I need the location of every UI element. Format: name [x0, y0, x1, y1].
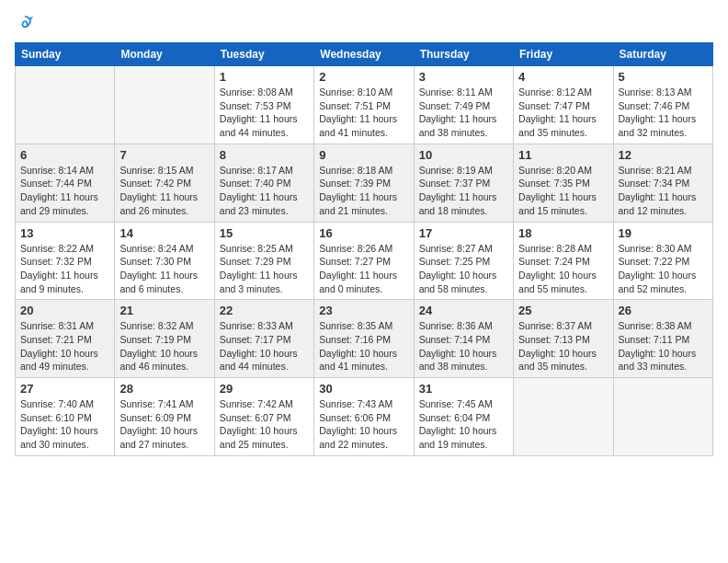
- day-number: 3: [419, 70, 508, 84]
- calendar-cell: 12Sunrise: 8:21 AM Sunset: 7:34 PM Dayli…: [613, 144, 712, 222]
- calendar-cell: 8Sunrise: 8:17 AM Sunset: 7:40 PM Daylig…: [214, 144, 313, 222]
- cell-info: Sunrise: 8:32 AM Sunset: 7:19 PM Dayligh…: [119, 319, 209, 373]
- day-number: 27: [20, 382, 109, 396]
- day-number: 4: [518, 70, 608, 84]
- cell-info: Sunrise: 8:33 AM Sunset: 7:17 PM Dayligh…: [220, 319, 309, 373]
- calendar-cell: 1Sunrise: 8:08 AM Sunset: 7:53 PM Daylig…: [214, 66, 313, 144]
- day-number: 20: [20, 304, 109, 317]
- day-number: 23: [319, 304, 408, 317]
- cell-info: Sunrise: 8:15 AM Sunset: 7:42 PM Dayligh…: [119, 164, 209, 218]
- calendar-cell: 18Sunrise: 8:28 AM Sunset: 7:24 PM Dayli…: [514, 222, 613, 300]
- day-number: 21: [119, 304, 209, 317]
- day-number: 6: [20, 148, 109, 162]
- cell-info: Sunrise: 8:10 AM Sunset: 7:51 PM Dayligh…: [319, 86, 408, 140]
- day-header-sunday: Sunday: [16, 43, 115, 66]
- calendar-cell: 21Sunrise: 8:32 AM Sunset: 7:19 PM Dayli…: [115, 300, 214, 378]
- calendar-cell: 11Sunrise: 8:20 AM Sunset: 7:35 PM Dayli…: [514, 144, 613, 222]
- cell-info: Sunrise: 8:11 AM Sunset: 7:49 PM Dayligh…: [419, 86, 508, 140]
- day-number: 16: [319, 226, 408, 240]
- calendar-cell: 28Sunrise: 7:41 AM Sunset: 6:09 PM Dayli…: [115, 378, 214, 456]
- logo: [15, 15, 33, 31]
- day-number: 28: [119, 382, 209, 396]
- day-header-monday: Monday: [115, 43, 214, 66]
- cell-info: Sunrise: 8:25 AM Sunset: 7:29 PM Dayligh…: [220, 242, 309, 296]
- calendar-cell: 10Sunrise: 8:19 AM Sunset: 7:37 PM Dayli…: [414, 144, 513, 222]
- day-number: 29: [220, 382, 309, 396]
- cell-info: Sunrise: 7:45 AM Sunset: 6:04 PM Dayligh…: [419, 397, 508, 452]
- cell-info: Sunrise: 7:43 AM Sunset: 6:06 PM Dayligh…: [319, 397, 408, 452]
- day-number: 18: [518, 226, 608, 240]
- cell-info: Sunrise: 8:12 AM Sunset: 7:47 PM Dayligh…: [518, 86, 608, 140]
- calendar-body: 1Sunrise: 8:08 AM Sunset: 7:53 PM Daylig…: [16, 66, 713, 456]
- day-number: 22: [220, 304, 309, 317]
- calendar-cell: 9Sunrise: 8:18 AM Sunset: 7:39 PM Daylig…: [314, 144, 414, 222]
- calendar-week-row: 6Sunrise: 8:14 AM Sunset: 7:44 PM Daylig…: [16, 144, 713, 222]
- day-number: 17: [419, 226, 508, 240]
- cell-info: Sunrise: 8:31 AM Sunset: 7:21 PM Dayligh…: [20, 319, 109, 373]
- logo-bird-icon: [17, 15, 33, 31]
- day-header-saturday: Saturday: [613, 43, 712, 66]
- calendar-table: SundayMondayTuesdayWednesdayThursdayFrid…: [15, 42, 713, 456]
- cell-info: Sunrise: 7:41 AM Sunset: 6:09 PM Dayligh…: [119, 397, 209, 452]
- cell-info: Sunrise: 8:24 AM Sunset: 7:30 PM Dayligh…: [119, 242, 209, 296]
- calendar-week-row: 27Sunrise: 7:40 AM Sunset: 6:10 PM Dayli…: [16, 378, 713, 456]
- calendar-cell: 16Sunrise: 8:26 AM Sunset: 7:27 PM Dayli…: [314, 222, 414, 300]
- calendar-cell: 25Sunrise: 8:37 AM Sunset: 7:13 PM Dayli…: [514, 300, 613, 378]
- day-number: 7: [119, 148, 209, 162]
- calendar-cell: 7Sunrise: 8:15 AM Sunset: 7:42 PM Daylig…: [115, 144, 214, 222]
- calendar-cell: [514, 378, 613, 456]
- cell-info: Sunrise: 7:40 AM Sunset: 6:10 PM Dayligh…: [20, 397, 109, 452]
- calendar-cell: 30Sunrise: 7:43 AM Sunset: 6:06 PM Dayli…: [314, 378, 414, 456]
- calendar-cell: 4Sunrise: 8:12 AM Sunset: 7:47 PM Daylig…: [514, 66, 613, 144]
- calendar-cell: 27Sunrise: 7:40 AM Sunset: 6:10 PM Dayli…: [16, 378, 115, 456]
- cell-info: Sunrise: 8:08 AM Sunset: 7:53 PM Dayligh…: [220, 86, 309, 140]
- day-number: 14: [119, 226, 209, 240]
- day-number: 25: [518, 304, 608, 317]
- cell-info: Sunrise: 8:14 AM Sunset: 7:44 PM Dayligh…: [20, 164, 109, 218]
- calendar-week-row: 13Sunrise: 8:22 AM Sunset: 7:32 PM Dayli…: [16, 222, 713, 300]
- calendar-cell: 22Sunrise: 8:33 AM Sunset: 7:17 PM Dayli…: [214, 300, 313, 378]
- cell-info: Sunrise: 8:30 AM Sunset: 7:22 PM Dayligh…: [619, 242, 708, 296]
- day-number: 2: [319, 70, 408, 84]
- cell-info: Sunrise: 8:27 AM Sunset: 7:25 PM Dayligh…: [419, 242, 508, 296]
- cell-info: Sunrise: 8:36 AM Sunset: 7:14 PM Dayligh…: [419, 319, 508, 373]
- day-number: 11: [518, 148, 608, 162]
- day-number: 31: [419, 382, 508, 396]
- calendar-cell: 2Sunrise: 8:10 AM Sunset: 7:51 PM Daylig…: [314, 66, 414, 144]
- calendar-cell: 19Sunrise: 8:30 AM Sunset: 7:22 PM Dayli…: [613, 222, 712, 300]
- calendar-cell: 3Sunrise: 8:11 AM Sunset: 7:49 PM Daylig…: [414, 66, 513, 144]
- day-number: 10: [419, 148, 508, 162]
- cell-info: Sunrise: 8:26 AM Sunset: 7:27 PM Dayligh…: [319, 242, 408, 296]
- cell-info: Sunrise: 8:22 AM Sunset: 7:32 PM Dayligh…: [20, 242, 109, 296]
- cell-info: Sunrise: 8:38 AM Sunset: 7:11 PM Dayligh…: [619, 319, 708, 373]
- calendar-cell: 26Sunrise: 8:38 AM Sunset: 7:11 PM Dayli…: [613, 300, 712, 378]
- day-number: 8: [220, 148, 309, 162]
- calendar-week-row: 20Sunrise: 8:31 AM Sunset: 7:21 PM Dayli…: [16, 300, 713, 378]
- day-number: 24: [419, 304, 508, 317]
- calendar-cell: 31Sunrise: 7:45 AM Sunset: 6:04 PM Dayli…: [414, 378, 513, 456]
- day-number: 13: [20, 226, 109, 240]
- calendar-header-row: SundayMondayTuesdayWednesdayThursdayFrid…: [16, 43, 713, 66]
- day-number: 5: [619, 70, 708, 84]
- day-number: 12: [619, 148, 708, 162]
- day-header-tuesday: Tuesday: [214, 43, 313, 66]
- cell-info: Sunrise: 8:21 AM Sunset: 7:34 PM Dayligh…: [619, 164, 708, 218]
- day-number: 19: [619, 226, 708, 240]
- cell-info: Sunrise: 8:18 AM Sunset: 7:39 PM Dayligh…: [319, 164, 408, 218]
- calendar-cell: 14Sunrise: 8:24 AM Sunset: 7:30 PM Dayli…: [115, 222, 214, 300]
- calendar-cell: 15Sunrise: 8:25 AM Sunset: 7:29 PM Dayli…: [214, 222, 313, 300]
- calendar-cell: [613, 378, 712, 456]
- calendar-cell: 23Sunrise: 8:35 AM Sunset: 7:16 PM Dayli…: [314, 300, 414, 378]
- cell-info: Sunrise: 8:28 AM Sunset: 7:24 PM Dayligh…: [518, 242, 608, 296]
- calendar-cell: 29Sunrise: 7:42 AM Sunset: 6:07 PM Dayli…: [214, 378, 313, 456]
- day-header-wednesday: Wednesday: [314, 43, 414, 66]
- calendar-cell: [115, 66, 214, 144]
- calendar-cell: 13Sunrise: 8:22 AM Sunset: 7:32 PM Dayli…: [16, 222, 115, 300]
- cell-info: Sunrise: 8:13 AM Sunset: 7:46 PM Dayligh…: [619, 86, 708, 140]
- day-number: 1: [220, 70, 309, 84]
- cell-info: Sunrise: 8:17 AM Sunset: 7:40 PM Dayligh…: [220, 164, 309, 218]
- day-header-friday: Friday: [514, 43, 613, 66]
- day-header-thursday: Thursday: [414, 43, 513, 66]
- calendar-week-row: 1Sunrise: 8:08 AM Sunset: 7:53 PM Daylig…: [16, 66, 713, 144]
- calendar-cell: 6Sunrise: 8:14 AM Sunset: 7:44 PM Daylig…: [16, 144, 115, 222]
